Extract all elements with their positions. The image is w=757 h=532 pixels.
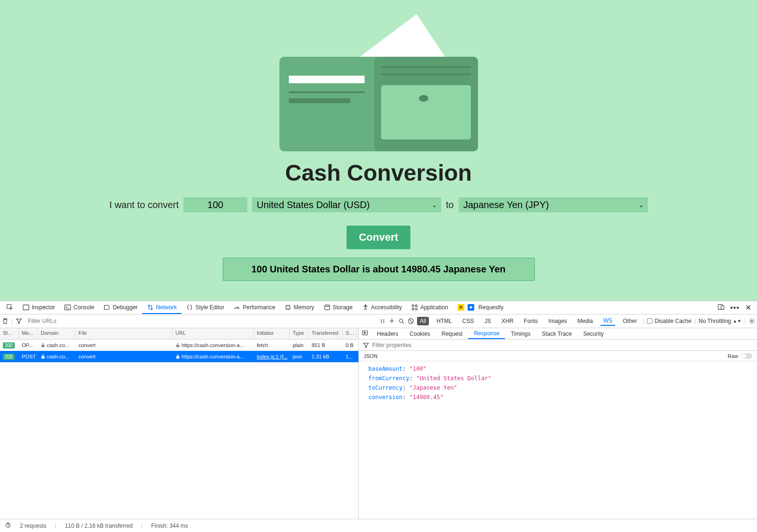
detail-filter-row xyxy=(359,340,757,351)
from-currency-select[interactable]: United States Dollar (USD) xyxy=(252,197,441,212)
json-response-body: baseAmount: "100"fromCurrency: "United S… xyxy=(359,361,757,405)
convert-button[interactable]: Convert xyxy=(347,226,410,249)
table-row[interactable]: 200OP...cash-co...converthttps://cash-co… xyxy=(0,340,358,351)
col-url[interactable]: URL xyxy=(173,328,254,339)
pause-icon[interactable] xyxy=(379,318,386,324)
filter-all[interactable]: All xyxy=(417,317,429,325)
request-list-header: Stat... Me... Domain File URL Initiator … xyxy=(0,328,358,340)
label-to: to xyxy=(446,200,454,210)
tab-storage[interactable]: Storage xyxy=(319,301,357,314)
table-row[interactable]: 200POSTcash-co...converthttps://cash-con… xyxy=(0,351,358,362)
json-property: toCurrency: "Japanese Yen" xyxy=(368,383,757,392)
status-finish: Finish: 344 ms xyxy=(151,523,188,529)
detail-tab-timings[interactable]: Timings xyxy=(505,328,536,339)
plus-icon[interactable]: + xyxy=(389,318,395,324)
svg-point-15 xyxy=(365,305,366,306)
network-body: Stat... Me... Domain File URL Initiator … xyxy=(0,328,757,519)
svg-rect-11 xyxy=(23,305,29,310)
conversion-form: I want to convert United States Dollar (… xyxy=(109,197,647,212)
filter-html[interactable]: HTML xyxy=(434,317,455,325)
filter-type-tabs: All HTML CSS JS XHR Fonts Images Media W… xyxy=(417,316,640,326)
throttling-select[interactable]: No Throttling▲▼ xyxy=(699,318,741,324)
filter-ws[interactable]: WS xyxy=(600,316,615,326)
filter-css[interactable]: CSS xyxy=(460,317,477,325)
status-transferred: 110 B / 2.16 kB transferred xyxy=(65,523,132,529)
more-icon[interactable]: ••• xyxy=(730,304,740,312)
filter-other[interactable]: Other xyxy=(620,317,640,325)
json-label: JSON xyxy=(364,353,377,359)
col-domain[interactable]: Domain xyxy=(38,328,76,339)
svg-rect-19 xyxy=(416,308,418,310)
detail-tab-bar: Headers Cookies Request Response Timings… xyxy=(359,328,757,340)
request-list: Stat... Me... Domain File URL Initiator … xyxy=(0,328,359,519)
svg-rect-28 xyxy=(176,356,180,358)
funnel-icon[interactable] xyxy=(16,318,22,324)
svg-rect-21 xyxy=(721,305,724,309)
svg-rect-5 xyxy=(289,98,350,103)
svg-rect-18 xyxy=(412,308,414,310)
svg-rect-4 xyxy=(289,91,365,93)
tab-requestly[interactable]: RRequestly xyxy=(453,301,508,314)
filter-media[interactable]: Media xyxy=(574,317,596,325)
trash-icon[interactable] xyxy=(2,318,9,324)
wallet-illustration xyxy=(279,14,478,151)
svg-rect-8 xyxy=(381,85,471,140)
filter-fonts[interactable]: Fonts xyxy=(521,317,541,325)
tab-memory[interactable]: Memory xyxy=(280,301,319,314)
detail-tab-cookies[interactable]: Cookies xyxy=(404,328,435,339)
disable-cache-checkbox[interactable]: Disable Cache xyxy=(647,318,691,324)
tab-console[interactable]: Console xyxy=(60,301,99,314)
svg-point-14 xyxy=(324,305,330,306)
tab-style-editor[interactable]: Style Editor xyxy=(182,301,229,314)
tab-network[interactable]: Network xyxy=(142,301,182,314)
tab-application[interactable]: Application xyxy=(407,301,453,314)
tab-accessibility[interactable]: Accessibility xyxy=(357,301,407,314)
close-icon[interactable]: ✕ xyxy=(745,303,751,312)
network-toolbar: | + All HTML CSS JS XHR Fonts Images Med… xyxy=(0,314,757,328)
tab-debugger[interactable]: Debugger xyxy=(99,301,142,314)
reload-timer-icon[interactable] xyxy=(5,522,11,530)
search-icon[interactable] xyxy=(398,318,405,324)
detail-tab-headers[interactable]: Headers xyxy=(371,328,404,339)
col-type[interactable]: Type xyxy=(290,328,309,339)
block-icon[interactable] xyxy=(408,318,414,324)
detail-tab-stack-trace[interactable]: Stack Trace xyxy=(536,328,577,339)
svg-rect-16 xyxy=(412,305,414,306)
raw-toggle[interactable]: Raw xyxy=(728,353,752,359)
result-banner: 100 United States Dollar is about 14980.… xyxy=(223,258,535,281)
filter-xhr[interactable]: XHR xyxy=(499,317,516,325)
filter-js[interactable]: JS xyxy=(481,317,494,325)
to-currency-select[interactable]: Japanese Yen (JPY) xyxy=(459,197,648,212)
filter-urls-input[interactable] xyxy=(25,317,110,325)
tab-performance[interactable]: Performance xyxy=(229,301,280,314)
col-file[interactable]: File xyxy=(76,328,173,339)
svg-rect-13 xyxy=(286,305,290,309)
detail-tab-response[interactable]: Response xyxy=(468,328,505,339)
toggle-raw-icon[interactable] xyxy=(362,330,368,338)
svg-rect-12 xyxy=(65,305,70,310)
json-property: baseAmount: "100" xyxy=(368,364,757,374)
col-transferred[interactable]: Transferred xyxy=(309,328,343,339)
svg-rect-7 xyxy=(381,73,471,75)
detail-tab-security[interactable]: Security xyxy=(577,328,609,339)
svg-rect-26 xyxy=(176,345,180,347)
filter-images[interactable]: Images xyxy=(546,317,570,325)
responsive-mode-icon[interactable] xyxy=(718,304,724,312)
col-method[interactable]: Me... xyxy=(19,328,38,339)
col-status[interactable]: Stat... xyxy=(0,328,19,339)
label-intro: I want to convert xyxy=(109,200,179,210)
tab-inspector[interactable]: Inspector xyxy=(18,301,60,314)
request-detail-panel: Headers Cookies Request Response Timings… xyxy=(359,328,757,519)
col-initiator[interactable]: Initiator xyxy=(254,328,290,339)
filter-properties-input[interactable] xyxy=(372,342,753,349)
detail-tab-request[interactable]: Request xyxy=(436,328,469,339)
svg-rect-3 xyxy=(289,76,365,83)
cash-conversion-app: Cash Conversion I want to convert United… xyxy=(0,0,757,301)
json-header: JSON Raw xyxy=(359,351,757,361)
amount-input[interactable] xyxy=(183,197,247,212)
gear-icon[interactable] xyxy=(748,318,755,324)
col-size[interactable]: Si... xyxy=(343,328,357,339)
json-property: conversion: "14980.45" xyxy=(368,392,757,402)
pick-element-icon[interactable] xyxy=(2,301,18,314)
svg-marker-0 xyxy=(360,14,445,57)
